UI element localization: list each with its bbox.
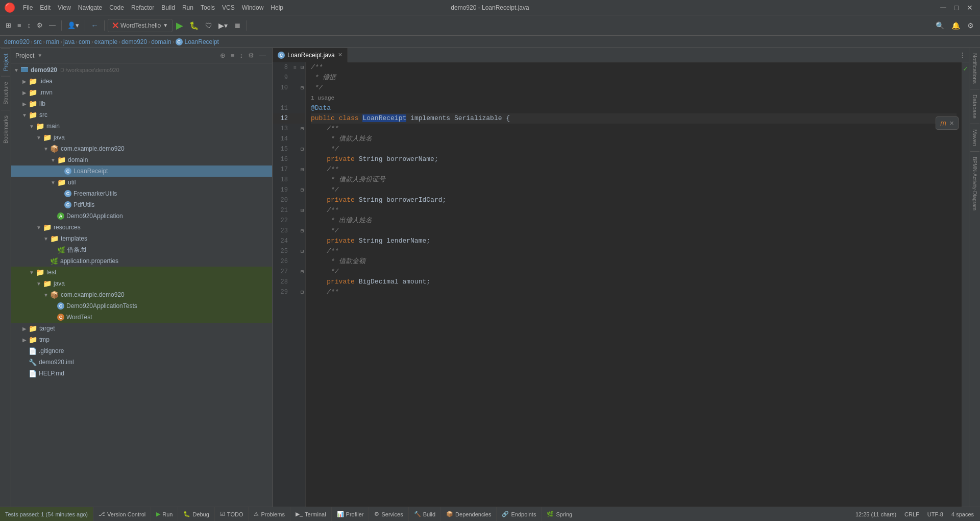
breadcrumb-item-8[interactable]: LoanReceipt [185,38,219,45]
gutter-fold-19[interactable]: ⊟ [299,187,305,193]
status-tab-endpoints[interactable]: 🔗 Endpoints [497,507,542,522]
status-tab-profiler[interactable]: 📊 Profiler [332,507,370,522]
menu-view[interactable]: View [54,3,75,12]
tab-overflow-btn[interactable]: ⋮ [956,51,969,59]
status-tab-problems[interactable]: ⚠ Problems [249,507,290,522]
tree-item-resources[interactable]: ▼ 📁 resources [11,222,272,233]
breadcrumb-item-7[interactable]: domain [151,38,171,45]
right-tab-maven[interactable]: Maven [970,124,979,152]
debug-button[interactable]: 🐛 [187,19,202,32]
menu-edit[interactable]: Edit [36,3,54,12]
toolbar-align-btn[interactable]: ≡ [15,19,24,31]
breadcrumb-item-1[interactable]: src [34,38,42,45]
close-button[interactable]: ✕ [964,3,976,12]
gutter-fold-25[interactable]: ⊟ [299,248,305,254]
right-tab-database[interactable]: Database [970,89,979,124]
breadcrumb-item-2[interactable]: main [46,38,59,45]
menu-build[interactable]: Build [158,3,179,12]
tree-item-lib[interactable]: ▶ 📁 lib [11,98,272,109]
tab-close-icon[interactable]: ✕ [338,52,342,58]
tree-item-iml[interactable]: 🔧 demo920.iml [11,357,272,368]
toolbar-nav-back[interactable]: ← [88,19,101,32]
status-tab-build[interactable]: 🔨 Build [409,507,441,522]
tree-item-freemarker[interactable]: C FreemarkerUtils [11,188,272,199]
tree-item-apptests[interactable]: C Demo920ApplicationTests [11,300,272,312]
breadcrumb-item-5[interactable]: example [94,38,117,45]
status-tab-todo[interactable]: ☑ TODO [215,507,249,522]
gutter-fold-15[interactable]: ⊟ [299,146,305,152]
toolbar-sort-btn[interactable]: ↕ [25,19,34,31]
toolbar-expand-btn[interactable]: ⊞ [3,19,14,31]
stop-button[interactable]: ⏹ [231,19,243,32]
indent-info[interactable]: 4 spaces [951,511,974,517]
menu-window[interactable]: Window [238,3,267,12]
tree-item-java-test[interactable]: ▼ 📁 java [11,278,272,289]
run-config-selector[interactable]: ❌ WordTest.hello ▼ [108,19,173,32]
gutter-fold-29[interactable]: ⊟ [299,289,305,295]
run-button[interactable]: ▶ [174,18,186,33]
toolbar-user-btn[interactable]: 👤▾ [65,19,82,31]
status-tab-debug[interactable]: 🐛 Debug [178,507,214,522]
tree-item-help[interactable]: 📄 HELP.md [11,368,272,379]
menu-run[interactable]: Run [179,3,197,12]
editor-scrollbar-right[interactable]: ✓ [962,62,969,507]
encoding[interactable]: UTF-8 [927,511,943,517]
line-separator[interactable]: CRLF [904,511,919,517]
tree-item-gitignore[interactable]: 📄 .gitignore [11,345,272,357]
tree-item-idea[interactable]: ▶ 📁 .idea [11,76,272,87]
left-tab-structure[interactable]: Structure [1,76,10,110]
gutter-fold-21[interactable]: ⊟ [299,207,305,214]
toolbar-notification-btn[interactable]: 🔔 [948,19,963,32]
tree-item-templates[interactable]: ▼ 📁 templates [11,233,272,244]
editor-tab-loanreceipt[interactable]: C LoanReceipt.java ✕ [273,48,348,62]
status-tab-run[interactable]: ▶ Run [151,507,178,522]
maximize-button[interactable]: □ [951,3,962,12]
coverage-button[interactable]: 🛡 [203,19,215,32]
status-tab-spring[interactable]: 🌿 Spring [542,507,577,522]
panel-btn-locate[interactable]: ⊕ [218,51,228,60]
tree-item-package-test[interactable]: ▼ 📦 com.example.demo920 [11,289,272,300]
tree-item-ftl[interactable]: 🌿 借条.ftl [11,244,272,255]
panel-btn-settings[interactable]: ⚙ [246,51,256,60]
fold-icon-8[interactable]: ≡ [291,65,299,70]
panel-btn-close[interactable]: — [257,51,268,60]
gutter-fold-10[interactable]: ⊟ [299,85,305,91]
status-tab-services[interactable]: ⚙ Services [369,507,408,522]
gutter-fold-13[interactable]: ⊟ [299,126,305,132]
right-tab-bpmn[interactable]: BPMN-Activity-Diagram [970,152,979,216]
tree-item-tmp[interactable]: ▶ 📁 tmp [11,334,272,345]
gutter-fold-23[interactable]: ⊟ [299,228,305,234]
minimize-button[interactable]: ─ [937,3,949,12]
gutter-fold-27[interactable]: ⊟ [299,269,305,275]
tree-item-wordtest[interactable]: C WordTest [11,312,272,323]
notif-close-icon[interactable]: ✕ [949,120,954,127]
menu-code[interactable]: Code [106,3,128,12]
status-tab-dependencies[interactable]: 📦 Dependencies [441,507,497,522]
tree-item-package[interactable]: ▼ 📦 com.example.demo920 [11,143,272,154]
tree-item-demo920app[interactable]: A Demo920Application [11,210,272,222]
status-tab-versioncontrol[interactable]: ⎇ Version Control [93,507,151,522]
right-tab-notifications[interactable]: Notifications [970,48,979,89]
tree-item-properties[interactable]: 🌿 application.properties [11,255,272,267]
status-tab-terminal[interactable]: ▶_ Terminal [290,507,332,522]
toolbar-collapse-btn[interactable]: — [46,19,58,31]
menu-file[interactable]: File [19,3,36,12]
breadcrumb-item-4[interactable]: com [79,38,90,45]
panel-btn-collapse-all[interactable]: ≡ [229,51,237,60]
panel-dropdown-icon[interactable]: ▼ [37,53,42,58]
menu-vcs[interactable]: VCS [218,3,238,12]
panel-btn-sort[interactable]: ↕ [238,51,246,60]
toolbar-search-btn[interactable]: 🔍 [933,19,947,32]
menu-navigate[interactable]: Navigate [75,3,106,12]
tree-item-util[interactable]: ▼ 📁 util [11,177,272,188]
breadcrumb-item-6[interactable]: demo920 [121,38,147,45]
tree-item-mvn[interactable]: ▶ 📁 .mvn [11,87,272,98]
left-tab-project[interactable]: Project [1,48,10,76]
menu-help[interactable]: Help [267,3,287,12]
tree-item-main[interactable]: ▼ 📁 main [11,121,272,132]
gutter-fold-8[interactable]: ⊟ [299,64,305,70]
tree-item-pdfutils[interactable]: C PdfUtils [11,199,272,210]
run-with-btn[interactable]: ▶▾ [216,19,230,32]
toolbar-settings-btn[interactable]: ⚙ [34,19,45,31]
tree-item-src[interactable]: ▼ 📁 src [11,109,272,121]
